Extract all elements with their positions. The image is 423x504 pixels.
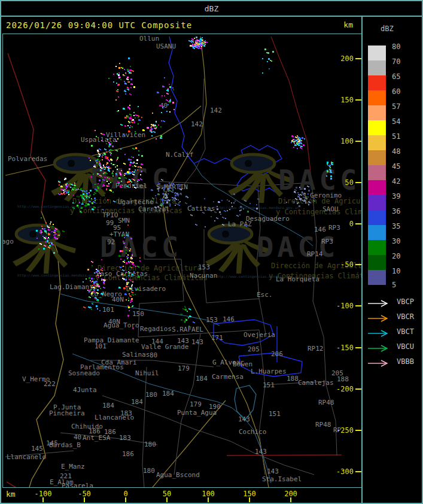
panel-divider <box>361 17 363 503</box>
dbz-color-band-51 <box>368 135 386 150</box>
status-row: 2026/01/26 09:04:00 UTC Composite km <box>1 18 361 32</box>
range-tick-label: 100 <box>333 138 354 145</box>
dbz-scale-value: 10 <box>392 268 400 275</box>
dbz-scale-value: 5 <box>392 281 396 289</box>
range-tick-mark <box>208 497 209 502</box>
legend-label: VBCR <box>397 313 414 320</box>
dbz-scale-value: 39 <box>392 193 400 200</box>
range-tick-label: 0 <box>333 220 354 227</box>
dbz-color-band-30 <box>368 240 386 255</box>
dbz-color-band-70 <box>368 60 386 75</box>
dbz-color-band-42 <box>368 180 386 195</box>
range-tick-label: -150 <box>333 344 354 351</box>
range-axis-vertical: 200150100500-50-100-150-200-250-300 <box>3 34 363 487</box>
dbz-scale-value: 51 <box>392 133 400 140</box>
radar-app-window: dBZ 2026/01/26 09:04:00 UTC Composite km <box>0 0 423 504</box>
dbz-color-band-60 <box>368 90 386 105</box>
page-title: dBZ <box>205 4 218 13</box>
range-tick-label: -300 <box>333 468 354 475</box>
dbz-color-band-57 <box>368 105 386 120</box>
range-tick-mark <box>84 497 85 502</box>
dbz-color-band-20 <box>368 255 386 270</box>
scale-title: dBZ <box>381 25 394 33</box>
dbz-scale-value: 45 <box>392 163 400 170</box>
dbz-color-band-80 <box>368 45 386 60</box>
range-tick-label: 0 <box>123 490 127 498</box>
dbz-scale-value: 54 <box>392 118 400 125</box>
range-tick-label: -50 <box>78 490 91 498</box>
dbz-color-band-54 <box>368 120 386 135</box>
dbz-color-band-35 <box>368 225 386 240</box>
range-tick-label: 100 <box>202 490 215 498</box>
legend-item-vbct: VBCT <box>367 328 391 336</box>
legend-item-vbcr: VBCR <box>367 313 391 321</box>
legend-label: VBCT <box>397 328 414 335</box>
dbz-scale-value: 57 <box>392 103 400 110</box>
dbz-scale-value: 48 <box>392 148 400 155</box>
range-tick-label: 150 <box>333 96 354 104</box>
range-tick-label: -100 <box>333 302 354 309</box>
vbbb-arrow-icon <box>367 360 391 367</box>
timestamp: 2026/01/26 09:04:00 UTC Composite <box>6 20 192 30</box>
range-tick-mark <box>42 497 44 502</box>
dbz-color-band-10 <box>368 270 386 285</box>
legend-item-vbcu: VBCU <box>367 343 391 351</box>
range-tick-label: 50 <box>163 490 171 498</box>
range-tick-label: 200 <box>333 55 354 62</box>
legend-label: VBCU <box>397 343 414 350</box>
title-bar: dBZ <box>1 1 422 17</box>
km-unit-label-top: km <box>343 20 353 29</box>
dbz-color-band-48 <box>368 150 386 165</box>
range-tick-mark <box>125 497 126 502</box>
range-tick-label: -200 <box>333 385 354 393</box>
dbz-scale-value: 30 <box>392 238 400 245</box>
range-tick-mark <box>166 497 168 502</box>
legend-label: VBCP <box>397 298 414 305</box>
range-tick-label: 150 <box>243 490 256 498</box>
dbz-scale-value: 42 <box>392 178 400 185</box>
dbz-color-band-65 <box>368 75 386 90</box>
dbz-color-band-36 <box>368 210 386 225</box>
dbz-scale-panel: dBZ 807065605754514845423936353020105 VB… <box>363 17 422 503</box>
dbz-color-band-45 <box>368 165 386 180</box>
dbz-color-band-39 <box>368 195 386 210</box>
range-tick-label: -100 <box>35 490 52 498</box>
dbz-scale-value: 20 <box>392 253 400 260</box>
range-tick-mark <box>249 497 250 502</box>
range-axis-horizontal: km -100-50050100150200 <box>1 488 361 503</box>
vbct-arrow-icon <box>367 330 391 337</box>
dbz-scale-value: 60 <box>392 88 400 95</box>
km-unit-label-bottom: km <box>6 490 16 499</box>
range-tick-label: 200 <box>284 490 297 498</box>
radar-map: DACCDirección de Agriculturay Contingenc… <box>2 34 363 488</box>
range-tick-label: -250 <box>333 427 354 434</box>
vbcu-arrow-icon <box>367 345 391 352</box>
range-tick-label: -50 <box>333 261 354 268</box>
dbz-scale-value: 35 <box>392 223 400 230</box>
legend-label: VBBB <box>397 358 414 365</box>
vbcp-arrow-icon <box>367 300 391 307</box>
dbz-scale-value: 80 <box>392 43 400 50</box>
legend-item-vbcp: VBCP <box>367 298 391 306</box>
legend-item-vbbb: VBBB <box>367 358 391 366</box>
range-tick-label: 50 <box>333 179 354 186</box>
dbz-scale-value: 36 <box>392 208 400 215</box>
vbcr-arrow-icon <box>367 315 391 322</box>
dbz-scale-value: 70 <box>392 58 400 65</box>
dbz-scale-value: 65 <box>392 73 400 80</box>
range-tick-mark <box>290 497 291 502</box>
